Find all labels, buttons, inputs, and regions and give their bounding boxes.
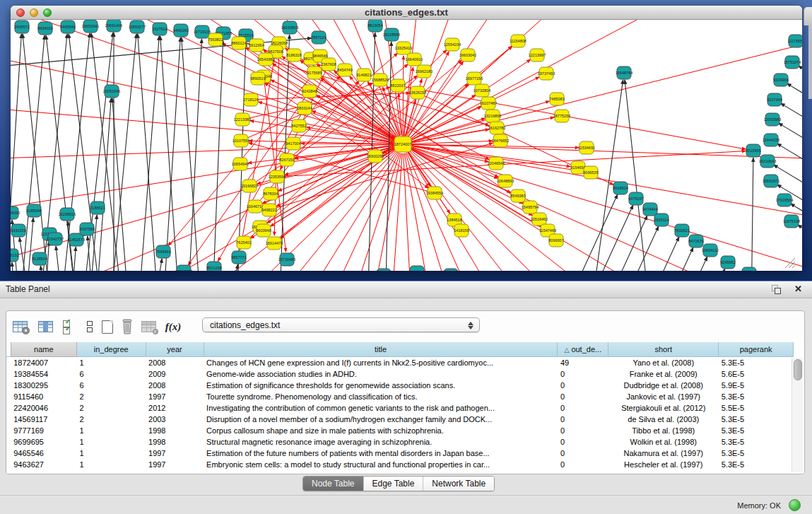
create-column-button[interactable]	[98, 317, 117, 337]
column-header-pagerank[interactable]: pagerank	[719, 342, 794, 357]
graph-node[interactable]: 7625402	[236, 236, 251, 249]
scrollbar-thumb[interactable]	[794, 359, 802, 380]
graph-node[interactable]: 10732804	[473, 84, 490, 97]
graph-node[interactable]: 9185048	[26, 204, 41, 217]
graph-node[interactable]: 18300295	[367, 150, 384, 163]
graph-node[interactable]: 7485083	[549, 93, 564, 105]
graph-node[interactable]: 16603042	[459, 49, 476, 62]
graph-node[interactable]: 7857224	[311, 31, 326, 44]
graph-node[interactable]: 9417004	[286, 137, 300, 150]
graph-node[interactable]: 15688520	[372, 74, 389, 86]
graph-node[interactable]: 8822037	[390, 79, 405, 92]
graph-node[interactable]: 16640910	[406, 53, 423, 66]
graph-node[interactable]: 5912954	[249, 39, 264, 52]
column-header-name[interactable]: name	[11, 342, 76, 357]
graph-node[interactable]: 9446600	[376, 269, 391, 271]
table-row[interactable]: 969969511998Structural magnetic resonanc…	[6, 436, 794, 448]
graph-node[interactable]: 9498222	[261, 204, 276, 216]
graph-node[interactable]: 12093583	[764, 113, 781, 126]
graph-node[interactable]: 13626158	[409, 86, 426, 99]
graph-node[interactable]: 22046546	[488, 157, 505, 170]
close-panel-icon[interactable]: ✕	[794, 284, 802, 294]
graph-node[interactable]: 25206050	[11, 206, 20, 219]
table-row[interactable]: 1872400712008Changes of HCN gene express…	[6, 357, 794, 369]
graph-node[interactable]: 10516462	[531, 213, 548, 226]
graph-node[interactable]: 2718126	[243, 93, 258, 106]
graph-node[interactable]: 9146821	[356, 69, 371, 81]
network-window[interactable]: citations_edges.txt 18724007183002951938…	[11, 6, 802, 271]
graph-node[interactable]: 8267150	[279, 153, 294, 166]
table-row[interactable]: 946362711997Embryonic stem cells: a mode…	[6, 459, 794, 470]
graph-node[interactable]: 9227349	[767, 93, 782, 106]
graph-node[interactable]: 7832621	[674, 224, 689, 237]
graph-node[interactable]: 13325419	[395, 42, 412, 54]
graph-node[interactable]: 9175685	[307, 66, 322, 79]
graph-node[interactable]: 8427552	[291, 119, 306, 132]
graph-node[interactable]: 1418156	[454, 224, 469, 237]
column-header-title[interactable]: title	[204, 342, 558, 357]
graph-node[interactable]: 15751074	[784, 56, 801, 69]
graph-node[interactable]: 20691406	[105, 20, 122, 32]
graph-node[interactable]: 9474444	[642, 203, 657, 216]
graph-node[interactable]: 8186328	[286, 49, 301, 62]
graph-node[interactable]: 15716485	[278, 253, 295, 266]
graph-node[interactable]: 11154808	[510, 35, 526, 47]
graph-node[interactable]: 16648784	[616, 66, 632, 79]
graph-node[interactable]: 12213997	[529, 49, 546, 62]
graph-node[interactable]: 10653341	[82, 20, 99, 33]
graph-node[interactable]: 7699964	[155, 245, 170, 258]
graph-node[interactable]: 8454749	[337, 64, 352, 76]
graph-node[interactable]: 2935114	[654, 214, 669, 226]
network-svg[interactable]: 1872400718300295193845542405572869402694…	[11, 20, 802, 271]
function-builder-button[interactable]: f(x)	[162, 317, 184, 337]
graph-node[interactable]: 19737493	[538, 67, 555, 80]
graph-node[interactable]: 6466160	[173, 24, 188, 37]
graph-node[interactable]: 20053346	[103, 85, 120, 98]
graph-node[interactable]: 20206516	[59, 208, 76, 221]
graph-node[interactable]: 16162780	[488, 122, 505, 134]
float-panel-icon[interactable]	[772, 285, 781, 294]
graph-node[interactable]: 9242848	[302, 85, 317, 98]
graph-node[interactable]: 2803144	[297, 102, 312, 115]
graph-node[interactable]: 2405572	[14, 21, 29, 33]
graph-node[interactable]: 18775156	[553, 110, 570, 122]
graph-node[interactable]: 16476652	[492, 134, 509, 147]
column-header-in_degree[interactable]: in_degree	[77, 342, 146, 357]
graph-node[interactable]: 7563822	[208, 33, 223, 46]
graph-node[interactable]: 3097588	[79, 223, 94, 235]
graph-node[interactable]: 16543382	[257, 53, 274, 66]
graph-node[interactable]: 2224363	[409, 266, 424, 271]
graph-node[interactable]: 19863278	[175, 265, 192, 271]
graph-node[interactable]: 8096957	[548, 234, 563, 247]
show-columns-button[interactable]	[36, 317, 54, 337]
graph-node[interactable]: 9603948	[256, 224, 271, 237]
graph-node[interactable]: 6479197	[628, 192, 643, 205]
graph-node[interactable]: 8128504	[32, 252, 47, 265]
graph-node[interactable]: 8549383	[510, 189, 525, 202]
graph-node[interactable]: 9245652	[720, 256, 735, 269]
delete-table-button[interactable]: x	[139, 317, 158, 337]
table-header-row[interactable]: namein_degreeyeartitle△out_de...shortpag…	[6, 342, 794, 357]
graph-node[interactable]: 15892971	[763, 175, 779, 187]
graph-node[interactable]: 5905132	[11, 249, 19, 262]
graph-node[interactable]: 11675338	[783, 215, 800, 228]
graph-node[interactable]: 16977156	[466, 72, 483, 85]
graph-node[interactable]: 16210643	[759, 155, 776, 168]
graph-node[interactable]: 2367608	[321, 58, 336, 71]
graph-node[interactable]: 16033809	[281, 21, 298, 34]
table-row[interactable]: 2242004622012Investigating the contribut…	[6, 402, 794, 414]
graph-node[interactable]: 8678334	[263, 187, 278, 200]
graph-node[interactable]: 8860124	[231, 37, 246, 49]
graph-node[interactable]: 11534691	[578, 141, 595, 154]
table-row[interactable]: 1938455462009Genome-wide association stu…	[6, 368, 794, 380]
graph-node[interactable]: 16914479	[266, 237, 283, 250]
node-table-grid[interactable]: namein_degreeyeartitle△out_de...shortpag…	[6, 342, 794, 470]
graph-node[interactable]: 12353594	[269, 170, 286, 183]
column-header-year[interactable]: year	[146, 342, 204, 357]
graph-node[interactable]: 9329966	[773, 74, 788, 86]
select-columns-button[interactable]: ✓✓	[60, 317, 78, 337]
graph-node[interactable]: 6158361	[443, 269, 458, 271]
graph-node[interactable]: 8694026	[37, 22, 52, 35]
tab-network-table[interactable]: Network Table	[423, 477, 494, 491]
graph-node[interactable]: 12444155	[763, 134, 779, 146]
